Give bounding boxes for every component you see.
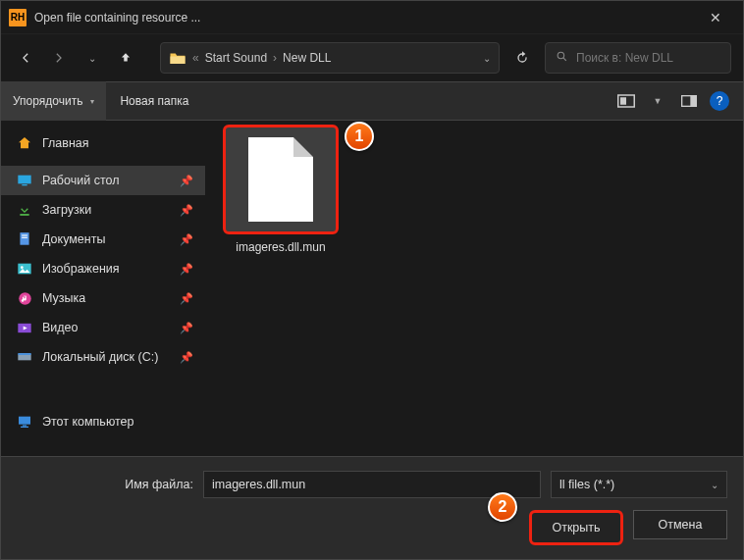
video-icon: [17, 320, 32, 335]
pin-icon: 📌: [180, 351, 193, 364]
svg-rect-18: [23, 425, 27, 426]
filename-label: Имя файла:: [17, 478, 193, 491]
pin-icon: 📌: [180, 233, 193, 246]
back-button[interactable]: [13, 45, 38, 71]
sidebar-item-this-pc[interactable]: Этот компьютер: [1, 407, 205, 436]
view-mode-button[interactable]: [615, 90, 637, 112]
sidebar: Главная Рабочий стол 📌 Загрузки 📌 Докуме…: [1, 121, 205, 456]
view-dropdown-icon[interactable]: ▼: [647, 90, 668, 112]
sidebar-item-local-disk[interactable]: Локальный диск (C:) 📌: [1, 342, 205, 372]
svg-rect-10: [22, 237, 27, 238]
crumb-start-sound[interactable]: Start Sound: [205, 51, 267, 65]
sidebar-item-video[interactable]: Видео 📌: [1, 313, 205, 342]
search-icon: [556, 50, 568, 66]
desktop-icon: [17, 173, 32, 188]
downloads-icon: [17, 202, 32, 218]
file-item[interactable]: 1 imageres.dll.mun: [223, 125, 339, 254]
disk-icon: [17, 349, 32, 365]
sidebar-item-pictures[interactable]: Изображения 📌: [1, 254, 205, 283]
svg-point-0: [558, 52, 564, 59]
sidebar-item-home[interactable]: Главная: [1, 128, 205, 158]
recent-dropdown[interactable]: ⌄: [80, 45, 105, 71]
callout-badge-2: 2: [488, 492, 517, 522]
search-placeholder: Поиск в: New DLL: [576, 51, 673, 65]
file-pane[interactable]: 1 imageres.dll.mun: [205, 121, 743, 456]
sidebar-item-desktop[interactable]: Рабочий стол 📌: [1, 166, 205, 195]
folder-icon: [169, 50, 186, 66]
svg-rect-9: [22, 234, 27, 235]
svg-point-12: [21, 266, 24, 269]
crumb-new-dll[interactable]: New DLL: [283, 51, 331, 65]
file-thumbnail[interactable]: 1: [223, 125, 339, 234]
nav-bar: ⌄ « Start Sound › New DLL ⌄ Поиск в: New…: [1, 34, 743, 81]
svg-rect-16: [18, 353, 30, 355]
open-button[interactable]: Открыть: [529, 510, 623, 545]
breadcrumb[interactable]: « Start Sound › New DLL ⌄: [160, 42, 500, 74]
chevron-down-icon: ⌄: [711, 480, 718, 490]
svg-rect-19: [21, 427, 28, 428]
chevron-right-icon: ›: [273, 51, 277, 65]
search-input[interactable]: Поиск в: New DLL: [545, 42, 731, 74]
pin-icon: 📌: [180, 175, 193, 187]
file-type-filter[interactable]: ll files (*.*) ⌄: [551, 471, 727, 498]
close-button[interactable]: ✕: [696, 10, 735, 25]
up-button[interactable]: [113, 45, 138, 71]
open-file-dialog: RH Open file containing resource ... ✕ ⌄…: [0, 0, 744, 560]
sidebar-item-documents[interactable]: Документы 📌: [1, 225, 205, 254]
pin-icon: 📌: [180, 204, 193, 217]
sidebar-item-music[interactable]: Музыка 📌: [1, 283, 205, 313]
pc-icon: [17, 414, 32, 430]
pictures-icon: [17, 261, 32, 277]
sidebar-item-downloads[interactable]: Загрузки 📌: [1, 195, 205, 225]
documents-icon: [17, 231, 32, 247]
cancel-button[interactable]: Отмена: [633, 510, 727, 539]
filename-input[interactable]: [203, 471, 541, 498]
svg-rect-7: [20, 214, 28, 216]
pin-icon: 📌: [180, 322, 193, 334]
refresh-button[interactable]: [507, 42, 537, 74]
title-bar: RH Open file containing resource ... ✕: [1, 1, 743, 34]
svg-rect-15: [18, 354, 30, 360]
forward-button[interactable]: [46, 45, 72, 71]
preview-pane-button[interactable]: [678, 90, 700, 112]
window-title: Open file containing resource ...: [34, 11, 696, 25]
home-icon: [17, 135, 32, 151]
bottom-panel: Имя файла: ll files (*.*) ⌄ 2 Открыть От…: [1, 456, 743, 559]
svg-rect-8: [20, 232, 28, 245]
svg-rect-6: [22, 184, 27, 185]
svg-rect-5: [18, 176, 30, 184]
dialog-body: Главная Рабочий стол 📌 Загрузки 📌 Докуме…: [1, 121, 743, 456]
file-label: imageres.dll.mun: [223, 240, 339, 254]
document-icon: [248, 137, 313, 222]
pin-icon: 📌: [180, 263, 193, 276]
callout-badge-1: 1: [345, 122, 374, 151]
help-button[interactable]: ?: [710, 91, 729, 111]
pin-icon: 📌: [180, 292, 193, 305]
music-icon: [17, 290, 32, 306]
app-icon: RH: [9, 9, 27, 26]
svg-rect-17: [19, 417, 30, 425]
toolbar: Упорядочить Новая папка ▼ ?: [1, 81, 743, 121]
new-folder-button[interactable]: Новая папка: [106, 94, 202, 108]
breadcrumb-sep-icon: «: [192, 51, 199, 65]
chevron-down-icon[interactable]: ⌄: [483, 53, 491, 64]
organize-menu[interactable]: Упорядочить: [1, 81, 106, 121]
svg-rect-4: [690, 96, 696, 107]
svg-rect-2: [620, 97, 626, 105]
